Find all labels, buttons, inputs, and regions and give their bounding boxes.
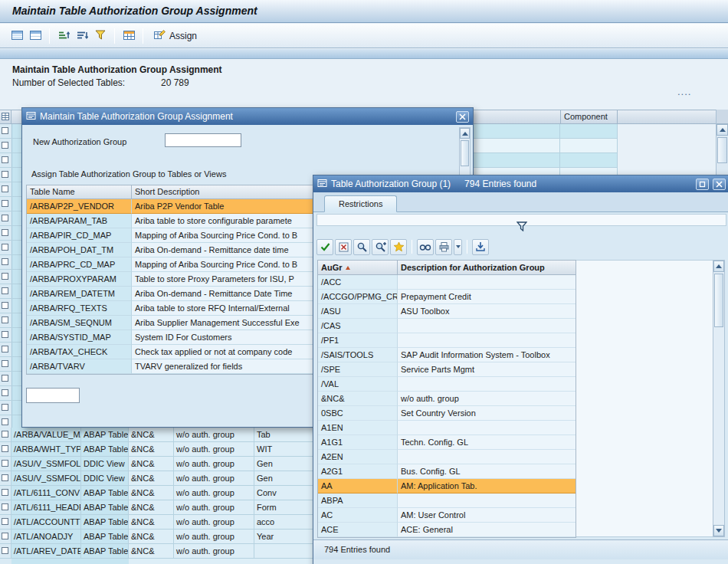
row-checkbox[interactable] bbox=[2, 302, 8, 309]
table-row[interactable] bbox=[0, 372, 21, 386]
table-row[interactable] bbox=[0, 415, 21, 428]
table-settings-button[interactable] bbox=[120, 27, 138, 45]
value-help-titlebar[interactable]: Table Authorization Group (1) 794 Entrie… bbox=[313, 175, 728, 192]
table-row[interactable]: /ATL/ACCOUNTTYPE ABAP Table &NC& w/o aut… bbox=[0, 515, 313, 530]
table-row[interactable] bbox=[0, 153, 21, 168]
scroll-down-button[interactable] bbox=[713, 525, 724, 536]
auth-group-row[interactable]: /ACC bbox=[318, 275, 576, 290]
find-next-button[interactable] bbox=[372, 239, 389, 255]
table-row[interactable] bbox=[0, 139, 21, 153]
row-checkbox[interactable] bbox=[2, 331, 8, 338]
row-checkbox[interactable] bbox=[2, 156, 8, 163]
auth-group-row[interactable]: /ASU ASU Toolbox bbox=[318, 304, 576, 319]
column-header-description[interactable]: Description for Authorization Group bbox=[398, 261, 576, 274]
column-header-table-name[interactable]: Table Name bbox=[27, 185, 132, 198]
row-checkbox[interactable] bbox=[2, 418, 8, 425]
scrollbar-thumb[interactable] bbox=[714, 274, 723, 327]
table-row[interactable] bbox=[0, 197, 21, 212]
auth-group-row[interactable]: /SAIS/TOOLS SAP Audit Information System… bbox=[318, 348, 576, 362]
table-row[interactable] bbox=[0, 168, 21, 182]
column-header-augr[interactable]: AuGr bbox=[318, 261, 398, 274]
table-row[interactable] bbox=[0, 284, 21, 299]
scrollbar-thumb[interactable] bbox=[717, 137, 727, 163]
filter-button[interactable] bbox=[91, 27, 110, 45]
row-checkbox[interactable] bbox=[2, 273, 8, 280]
print-options-button[interactable] bbox=[454, 239, 462, 255]
auth-group-row[interactable]: /SPE Service Parts Mgmt bbox=[318, 362, 576, 377]
auth-group-row[interactable]: A1EN bbox=[318, 421, 576, 435]
scroll-up-button[interactable] bbox=[460, 128, 470, 139]
auth-group-row[interactable]: AA AM: Application Tab. bbox=[318, 479, 576, 494]
table-row[interactable]: /ASU/V_SSMFOLDR DDIC View &NC& w/o auth.… bbox=[0, 457, 313, 471]
filter-funnel-icon[interactable] bbox=[516, 221, 527, 233]
close-dialog-button[interactable] bbox=[456, 111, 469, 123]
restore-dialog-button[interactable] bbox=[696, 179, 709, 190]
footer-field[interactable] bbox=[26, 388, 80, 403]
row-checkbox[interactable] bbox=[2, 200, 8, 207]
row-checkbox[interactable] bbox=[2, 503, 8, 510]
auth-group-row[interactable]: ACE ACE: General bbox=[318, 523, 576, 537]
row-checkbox[interactable] bbox=[2, 258, 8, 265]
sort-descending-button[interactable] bbox=[73, 27, 91, 45]
assign-button[interactable]: Assign bbox=[148, 27, 202, 45]
row-checkbox[interactable] bbox=[2, 547, 8, 554]
table-row[interactable] bbox=[0, 386, 21, 401]
auth-group-row[interactable]: AC AM: User Control bbox=[318, 508, 576, 523]
auth-group-row[interactable]: A1G1 Techn. Config. GL bbox=[318, 435, 576, 450]
table-row[interactable]: /ATL/6111_HEADER ABAP Table &NC& w/o aut… bbox=[0, 500, 313, 515]
table-row[interactable] bbox=[0, 182, 21, 197]
table-row[interactable] bbox=[0, 357, 21, 372]
deselect-all-button[interactable] bbox=[26, 27, 44, 45]
table-row[interactable] bbox=[0, 124, 21, 139]
row-checkbox[interactable] bbox=[2, 474, 8, 481]
new-auth-group-input[interactable] bbox=[165, 133, 241, 147]
scroll-up-button[interactable] bbox=[713, 261, 724, 272]
auth-group-row[interactable]: A2G1 Bus. Config. GL bbox=[318, 464, 576, 479]
table-row[interactable] bbox=[0, 313, 21, 328]
row-checkbox[interactable] bbox=[2, 389, 8, 396]
table-row[interactable]: /ASU/V_SSMFOLDRC DDIC View &NC& w/o auth… bbox=[0, 471, 313, 486]
auth-group-row[interactable]: &NC& w/o auth. group bbox=[318, 392, 576, 406]
auth-group-row[interactable]: /PF1 bbox=[318, 333, 576, 348]
table-row[interactable] bbox=[0, 328, 21, 343]
row-checkbox[interactable] bbox=[2, 185, 8, 192]
table-row[interactable]: /ARBA/WHT_TYPE ABAP Table &NC& w/o auth.… bbox=[0, 442, 313, 457]
select-all-corner[interactable] bbox=[0, 110, 11, 123]
sort-ascending-button[interactable] bbox=[54, 27, 73, 45]
table-row[interactable] bbox=[0, 212, 21, 226]
row-checkbox[interactable] bbox=[2, 229, 8, 236]
row-checkbox[interactable] bbox=[2, 127, 8, 134]
table-row[interactable] bbox=[0, 241, 21, 255]
scrollbar-thumb[interactable] bbox=[461, 140, 469, 166]
auth-group-row[interactable]: 0SBC Set Country Version bbox=[318, 406, 576, 421]
personal-value-list-button[interactable] bbox=[472, 239, 489, 255]
select-all-button[interactable] bbox=[8, 27, 26, 45]
row-checkbox[interactable] bbox=[2, 518, 8, 525]
table-row[interactable] bbox=[0, 299, 21, 313]
row-checkbox[interactable] bbox=[2, 171, 8, 178]
row-checkbox[interactable] bbox=[2, 244, 8, 251]
row-checkbox[interactable] bbox=[2, 445, 8, 452]
row-checkbox[interactable] bbox=[2, 404, 8, 411]
row-checkbox[interactable] bbox=[2, 533, 8, 539]
copy-button[interactable] bbox=[316, 239, 333, 255]
tab-restrictions[interactable]: Restrictions bbox=[324, 195, 397, 212]
find-button[interactable] bbox=[353, 239, 370, 255]
column-header-component[interactable]: Component bbox=[560, 110, 618, 123]
table-row[interactable] bbox=[0, 226, 21, 241]
auth-group-row[interactable]: /VAL bbox=[318, 377, 576, 392]
row-checkbox[interactable] bbox=[2, 360, 8, 367]
auth-group-row[interactable]: /CAS bbox=[318, 319, 576, 333]
row-checkbox[interactable] bbox=[2, 346, 8, 352]
display-button[interactable] bbox=[417, 239, 434, 255]
row-checkbox[interactable] bbox=[2, 316, 8, 323]
auth-group-row[interactable]: ABPA bbox=[318, 494, 576, 508]
table-row[interactable]: /ATL/6111_CONV ABAP Table &NC& w/o auth.… bbox=[0, 486, 313, 500]
table-row[interactable]: /ARBA/VALUE_MAP ABAP Table &NC& w/o auth… bbox=[0, 428, 313, 442]
print-button[interactable] bbox=[435, 239, 452, 255]
row-checkbox[interactable] bbox=[2, 375, 8, 382]
row-checkbox[interactable] bbox=[2, 460, 8, 467]
assign-dialog-titlebar[interactable]: Maintain Table Authorization Group Assig… bbox=[22, 108, 473, 125]
row-checkbox[interactable] bbox=[2, 215, 8, 221]
row-checkbox[interactable] bbox=[2, 489, 8, 496]
